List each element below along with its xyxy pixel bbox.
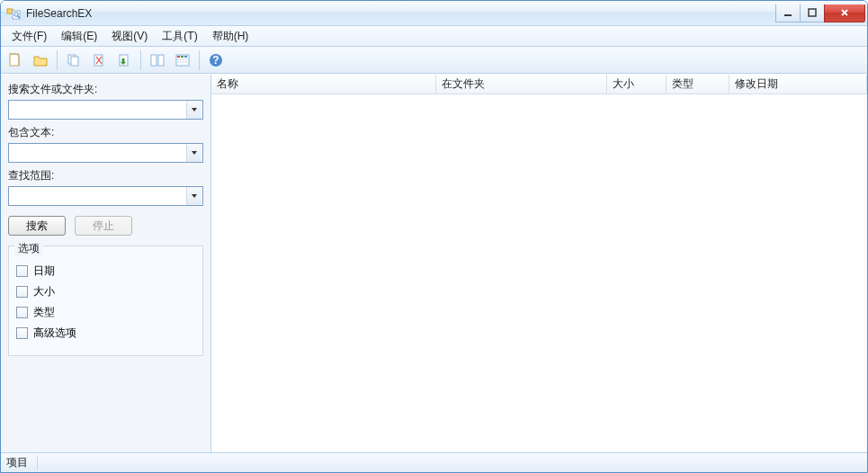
minimize-button[interactable] (775, 4, 801, 22)
toolbar-separator (57, 50, 58, 70)
close-button[interactable] (824, 4, 865, 22)
export-icon[interactable] (113, 49, 135, 71)
svg-rect-0 (7, 9, 13, 13)
svg-text:?: ? (212, 54, 219, 67)
dropdown-icon[interactable] (186, 101, 201, 119)
option-size-label: 大小 (33, 284, 55, 299)
svg-rect-5 (809, 9, 816, 16)
svg-rect-12 (158, 55, 164, 66)
toolbar-separator (140, 50, 141, 70)
option-advanced-label: 高级选项 (33, 326, 76, 341)
look-in-input[interactable] (9, 187, 186, 205)
contains-text-combo[interactable] (8, 143, 203, 163)
stop-button[interactable]: 停止 (75, 216, 132, 236)
look-in-combo[interactable] (8, 186, 203, 206)
option-date-label: 日期 (33, 263, 55, 279)
search-files-label: 搜索文件或文件夹: (8, 82, 203, 97)
results-body[interactable] (211, 94, 867, 452)
open-folder-icon[interactable] (30, 49, 51, 71)
window-title: FileSearchEX (26, 7, 776, 20)
search-panel: 搜索文件或文件夹: 包含文本: 查找范围: 搜索 停止 选项 (1, 75, 211, 452)
col-type[interactable]: 类型 (667, 75, 729, 94)
copy-icon[interactable] (63, 49, 85, 71)
option-size[interactable]: 大小 (16, 284, 195, 299)
dropdown-icon[interactable] (186, 144, 201, 162)
option-date[interactable]: 日期 (16, 263, 195, 279)
contains-text-input[interactable] (9, 144, 186, 162)
help-icon[interactable]: ? (205, 49, 227, 71)
col-modified[interactable]: 修改日期 (729, 75, 867, 94)
svg-rect-4 (784, 14, 792, 16)
svg-rect-15 (181, 56, 183, 58)
svg-rect-14 (177, 56, 180, 58)
col-size[interactable]: 大小 (607, 75, 667, 94)
maximize-button[interactable] (800, 4, 825, 22)
menu-tools[interactable]: 工具(T) (155, 26, 204, 47)
menu-view[interactable]: 视图(V) (104, 26, 155, 47)
col-name[interactable]: 名称 (211, 75, 436, 94)
option-advanced[interactable]: 高级选项 (16, 326, 195, 341)
titlebar: FileSearchEX (1, 1, 867, 26)
menu-edit[interactable]: 编辑(E) (54, 26, 104, 47)
view-details-icon[interactable] (172, 49, 193, 71)
app-window: FileSearchEX 文件(F) 编辑(E) 视图(V) 工具(T) 帮助(… (0, 0, 868, 473)
button-row: 搜索 停止 (8, 216, 203, 236)
options-title: 选项 (14, 241, 43, 256)
search-button[interactable]: 搜索 (8, 216, 66, 236)
search-files-combo[interactable] (8, 100, 203, 120)
app-icon (6, 6, 21, 21)
client-area: 搜索文件或文件夹: 包含文本: 查找范围: 搜索 停止 选项 (1, 74, 867, 452)
new-search-icon[interactable] (4, 49, 26, 71)
menu-file[interactable]: 文件(F) (4, 26, 54, 47)
options-group: 选项 日期 大小 类型 高级 (8, 245, 203, 356)
checkbox-icon[interactable] (16, 307, 28, 318)
statusbar: 项目 (1, 452, 867, 472)
menubar: 文件(F) 编辑(E) 视图(V) 工具(T) 帮助(H) (1, 26, 867, 47)
search-files-input[interactable] (9, 101, 186, 119)
toolbar: ? (1, 47, 867, 74)
col-folder[interactable]: 在文件夹 (436, 75, 607, 94)
status-items: 项目 (6, 455, 38, 470)
toolbar-separator (199, 50, 200, 70)
dropdown-icon[interactable] (186, 187, 201, 205)
checkbox-icon[interactable] (16, 286, 28, 298)
look-in-label: 查找范围: (8, 168, 203, 183)
checkbox-icon[interactable] (16, 327, 28, 339)
svg-rect-11 (151, 55, 157, 66)
view-panes-icon[interactable] (147, 49, 168, 71)
svg-rect-8 (71, 57, 78, 66)
svg-rect-16 (184, 56, 187, 58)
option-type-label: 类型 (33, 305, 55, 320)
window-buttons (776, 4, 865, 22)
delete-icon[interactable] (88, 49, 110, 71)
checkbox-icon[interactable] (16, 265, 28, 277)
contains-text-label: 包含文本: (8, 125, 203, 140)
column-headers: 名称 在文件夹 大小 类型 修改日期 (211, 75, 867, 94)
menu-help[interactable]: 帮助(H) (205, 26, 256, 47)
option-type[interactable]: 类型 (16, 305, 195, 320)
results-pane: 名称 在文件夹 大小 类型 修改日期 (211, 75, 867, 452)
